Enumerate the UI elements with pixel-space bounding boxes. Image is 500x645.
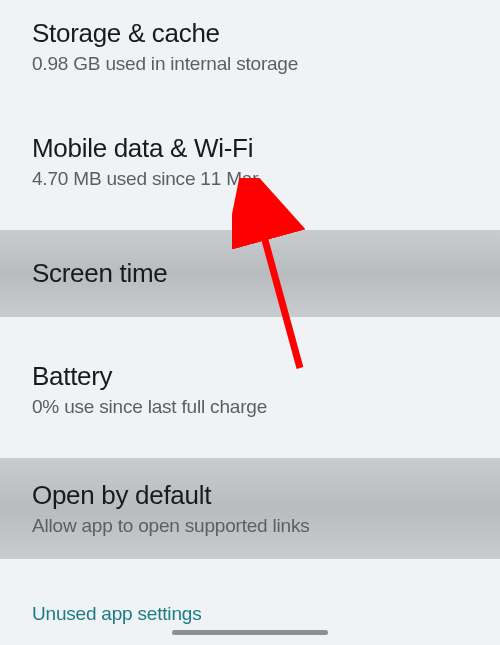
spacer — [0, 208, 500, 230]
storage-subtitle: 0.98 GB used in internal storage — [32, 53, 468, 75]
mobile-data-subtitle: 4.70 MB used since 11 Mar — [32, 168, 468, 190]
storage-title: Storage & cache — [32, 18, 468, 49]
spacer — [0, 317, 500, 343]
home-indicator[interactable] — [172, 630, 328, 635]
unused-apps-link[interactable]: Unused app settings — [0, 581, 500, 645]
settings-item-storage[interactable]: Storage & cache 0.98 GB used in internal… — [0, 0, 500, 93]
mobile-data-title: Mobile data & Wi-Fi — [32, 133, 468, 164]
spacer — [0, 436, 500, 458]
settings-item-open-default[interactable]: Open by default Allow app to open suppor… — [0, 458, 500, 559]
screen-time-title: Screen time — [32, 258, 468, 289]
battery-title: Battery — [32, 361, 468, 392]
battery-subtitle: 0% use since last full charge — [32, 396, 468, 418]
open-default-subtitle: Allow app to open supported links — [32, 515, 468, 537]
open-default-title: Open by default — [32, 480, 468, 511]
unused-apps-text: Unused app settings — [32, 603, 468, 625]
spacer — [0, 93, 500, 115]
settings-item-screen-time[interactable]: Screen time — [0, 230, 500, 317]
settings-item-battery[interactable]: Battery 0% use since last full charge — [0, 343, 500, 436]
spacer — [0, 559, 500, 581]
settings-item-mobile-data[interactable]: Mobile data & Wi-Fi 4.70 MB used since 1… — [0, 115, 500, 208]
